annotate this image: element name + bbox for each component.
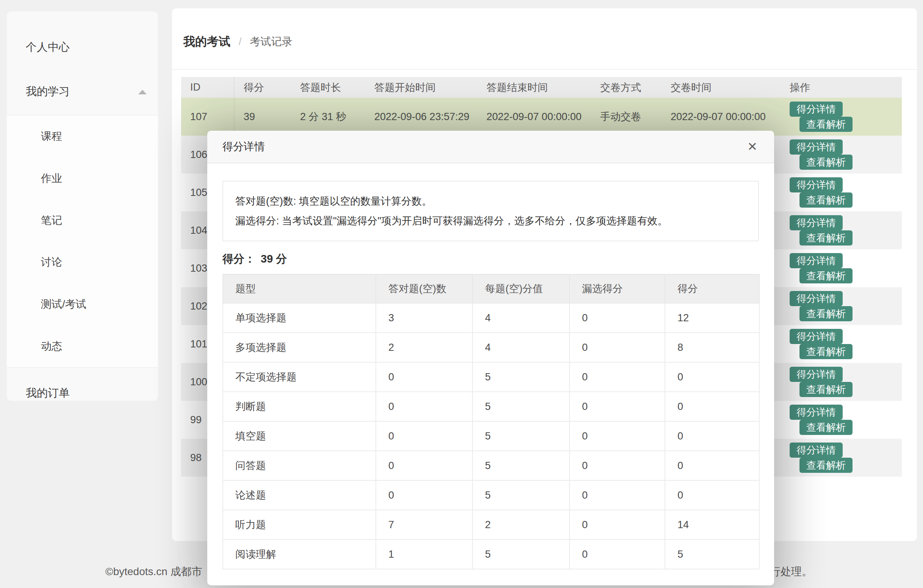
- cell-correct-count: 7: [376, 510, 473, 539]
- cell-points-per-item: 5: [473, 480, 570, 510]
- col-header-question-type: 题型: [223, 274, 376, 303]
- sidebar-item-label: 我的学习: [26, 85, 70, 97]
- cell-question-type: 单项选择题: [223, 303, 376, 333]
- score-detail-button[interactable]: 得分详情: [790, 140, 843, 154]
- cell-score: 0: [665, 362, 759, 392]
- col-header-submit-time: 交卷时间: [662, 77, 772, 98]
- sidebar-item-my-learning[interactable]: 我的学习: [7, 79, 158, 104]
- view-analysis-button[interactable]: 查看解析: [800, 458, 852, 473]
- cell-points-per-item: 2: [473, 510, 570, 539]
- notice-line: 答对题(空)数: 填空题以空的数量计算分数。: [235, 191, 746, 211]
- cell-score: 12: [665, 303, 759, 333]
- col-header-id: ID: [181, 77, 234, 98]
- cell-partial-score: 0: [570, 303, 665, 333]
- breadcrumb-parent[interactable]: 我的考试: [183, 34, 230, 49]
- modal-title: 得分详情: [222, 140, 265, 154]
- sidebar-item-courses[interactable]: 课程: [7, 115, 158, 158]
- score-detail-button[interactable]: 得分详情: [790, 329, 843, 344]
- cell-question-type: 判断题: [223, 392, 376, 421]
- cell-score: 39: [234, 98, 291, 136]
- cell-correct-count: 0: [376, 362, 473, 392]
- sidebar-item-discussion[interactable]: 讨论: [7, 241, 158, 283]
- cell-partial-score: 0: [570, 510, 665, 539]
- view-analysis-button[interactable]: 查看解析: [800, 268, 852, 283]
- notice-line: 漏选得分: 当考试设置"漏选得分"项为开启时可获得漏选得分，选多不给分，仅多项选…: [235, 211, 746, 231]
- cell-points-per-item: 5: [473, 362, 570, 392]
- view-analysis-button[interactable]: 查看解析: [800, 230, 852, 245]
- col-header-correct-count: 答对题(空)数: [376, 274, 473, 303]
- cell-actions: 得分详情 查看解析: [772, 249, 902, 287]
- cell-question-type: 问答题: [223, 451, 376, 480]
- score-detail-button[interactable]: 得分详情: [790, 367, 843, 382]
- cell-question-type: 阅读理解: [223, 539, 376, 569]
- score-detail-table: 题型 答对题(空)数 每题(空)分值 漏选得分 得分 单项选择题 3 4 0 1…: [222, 274, 760, 570]
- col-header-end-time: 答题结束时间: [478, 77, 591, 98]
- cell-score: 0: [665, 451, 759, 480]
- detail-row: 不定项选择题 0 5 0 0: [223, 362, 759, 392]
- col-header-partial-score: 漏选得分: [570, 274, 665, 303]
- total-score-label: 得分：: [222, 253, 255, 265]
- modal-header: 得分详情 ✕: [207, 131, 774, 163]
- detail-row: 听力题 7 2 0 14: [223, 510, 759, 539]
- sidebar-item-personal-center[interactable]: 个人中心: [7, 34, 158, 60]
- cell-partial-score: 0: [570, 539, 665, 569]
- cell-score: 8: [665, 333, 759, 362]
- score-detail-button[interactable]: 得分详情: [790, 253, 843, 268]
- sidebar-item-activities[interactable]: 动态: [7, 325, 158, 367]
- cell-actions: 得分详情 查看解析: [772, 98, 902, 136]
- cell-correct-count: 3: [376, 303, 473, 333]
- view-analysis-button[interactable]: 查看解析: [800, 192, 852, 208]
- cell-partial-score: 0: [570, 333, 665, 362]
- cell-actions: 得分详情 查看解析: [772, 439, 902, 476]
- total-score-value: 39 分: [261, 253, 287, 265]
- modal-body: 答对题(空)数: 填空题以空的数量计算分数。 漏选得分: 当考试设置"漏选得分"…: [207, 163, 774, 570]
- detail-header-row: 题型 答对题(空)数 每题(空)分值 漏选得分 得分: [223, 274, 759, 303]
- footer-text-right: 行处理。: [770, 565, 812, 579]
- col-header-score: 得分: [665, 274, 759, 303]
- cell-question-type: 不定项选择题: [223, 362, 376, 392]
- score-detail-button[interactable]: 得分详情: [790, 102, 843, 117]
- view-analysis-button[interactable]: 查看解析: [800, 344, 852, 359]
- score-detail-modal: 得分详情 ✕ 答对题(空)数: 填空题以空的数量计算分数。 漏选得分: 当考试设…: [207, 131, 774, 585]
- cell-id: 107: [181, 98, 234, 136]
- cell-actions: 得分详情 查看解析: [772, 325, 902, 363]
- breadcrumb-current: 考试记录: [250, 34, 292, 49]
- table-header-row: ID 得分 答题时长 答题开始时间 答题结束时间 交卷方式 交卷时间 操作: [181, 77, 902, 98]
- cell-submit-time: 2022-09-07 00:00:00: [662, 98, 772, 136]
- sidebar: 个人中心 我的学习 课程 作业 笔记 讨论 测试/考试 动态 我的订单: [7, 11, 158, 401]
- view-analysis-button[interactable]: 查看解析: [800, 382, 852, 397]
- cell-points-per-item: 5: [473, 392, 570, 421]
- view-analysis-button[interactable]: 查看解析: [800, 306, 852, 321]
- view-analysis-button[interactable]: 查看解析: [800, 420, 852, 435]
- col-header-actions: 操作: [772, 77, 902, 98]
- cell-score: 0: [665, 392, 759, 421]
- view-analysis-button[interactable]: 查看解析: [800, 154, 852, 170]
- col-header-points-per-item: 每题(空)分值: [473, 274, 570, 303]
- score-detail-button[interactable]: 得分详情: [790, 177, 843, 192]
- score-detail-button[interactable]: 得分详情: [790, 405, 843, 420]
- cell-question-type: 多项选择题: [223, 333, 376, 362]
- score-detail-button[interactable]: 得分详情: [790, 291, 843, 306]
- cell-submit-method: 手动交卷: [591, 98, 662, 136]
- notice-box: 答对题(空)数: 填空题以空的数量计算分数。 漏选得分: 当考试设置"漏选得分"…: [222, 181, 759, 241]
- cell-points-per-item: 4: [473, 303, 570, 333]
- score-detail-button[interactable]: 得分详情: [790, 442, 843, 458]
- detail-row: 论述题 0 5 0 0: [223, 480, 759, 510]
- sidebar-item-tests-exams[interactable]: 测试/考试: [7, 283, 158, 325]
- view-analysis-button[interactable]: 查看解析: [800, 117, 852, 132]
- cell-correct-count: 0: [376, 421, 473, 451]
- sidebar-item-my-orders[interactable]: 我的订单: [7, 380, 158, 406]
- col-header-score: 得分: [234, 77, 291, 98]
- breadcrumb-separator: /: [239, 36, 242, 48]
- score-detail-button[interactable]: 得分详情: [790, 215, 843, 230]
- close-icon[interactable]: ✕: [747, 141, 757, 153]
- detail-row: 阅读理解 1 5 0 5: [223, 539, 759, 569]
- cell-points-per-item: 5: [473, 451, 570, 480]
- sidebar-item-homework[interactable]: 作业: [7, 158, 158, 200]
- col-header-start-time: 答题开始时间: [365, 77, 478, 98]
- cell-partial-score: 0: [570, 392, 665, 421]
- cell-question-type: 论述题: [223, 480, 376, 510]
- sidebar-item-notes[interactable]: 笔记: [7, 199, 158, 241]
- detail-row: 填空题 0 5 0 0: [223, 421, 759, 451]
- cell-correct-count: 0: [376, 480, 473, 510]
